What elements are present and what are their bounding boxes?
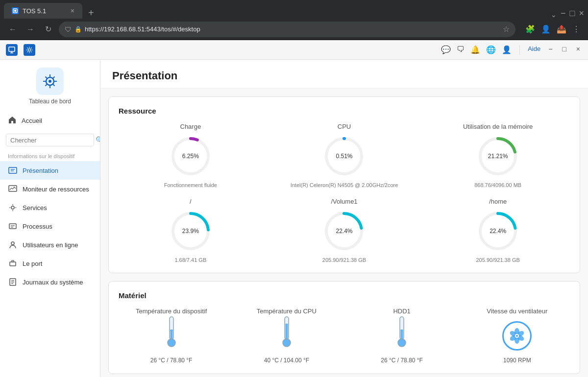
- url-display[interactable]: https://192.168.68.51:5443/tos/#/desktop: [85, 25, 500, 33]
- hardware-cpu-temp: Température du CPU 40 °C / 104.00 °F: [234, 307, 339, 364]
- share-icon[interactable]: 📤: [555, 23, 568, 36]
- new-tab-button[interactable]: +: [84, 7, 98, 19]
- svg-rect-26: [12, 260, 14, 262]
- back-button[interactable]: ←: [6, 23, 20, 36]
- gauge-charge-value: 6.25%: [182, 153, 199, 160]
- gauge-charge-visual: 6.25%: [169, 134, 213, 178]
- svg-point-46: [168, 339, 175, 347]
- search-icon: 🔍: [96, 136, 100, 144]
- extensions-icon[interactable]: 🧩: [523, 23, 537, 36]
- utilisateurs-icon: [8, 240, 18, 250]
- sidebar-item-utilisateurs[interactable]: Utilisateurs en ligne: [0, 236, 100, 254]
- gauge-home-sublabel: 205.90/921.38 GB: [476, 257, 520, 263]
- svg-rect-1: [14, 10, 16, 12]
- home-icon: [8, 116, 17, 126]
- device-temp-value: 26 °C / 78.80 °F: [150, 357, 193, 364]
- gauge-charge: Charge 6.25% Fonctionnement fluide: [119, 123, 263, 188]
- gauge-charge-sublabel: Fonctionnement fluide: [164, 182, 217, 188]
- svg-rect-45: [170, 330, 172, 331]
- aide-link[interactable]: Aide: [528, 45, 540, 55]
- gauge-root-label: /: [190, 198, 192, 205]
- svg-rect-16: [9, 167, 17, 173]
- hardware-fan: Vitesse du ventilateur: [465, 307, 570, 364]
- bell-icon[interactable]: 🔔: [470, 45, 480, 55]
- svg-line-15: [46, 84, 48, 86]
- hardware-section-title: Matériel: [119, 291, 570, 300]
- app-maximize-button[interactable]: □: [560, 45, 568, 55]
- browser-nav-icons: 🧩 👤 📤 ⋮: [523, 23, 582, 36]
- gauge-volume1-sublabel: 205.90/921.38 GB: [322, 257, 366, 263]
- gauge-volume1-label: /Volume1: [331, 198, 357, 205]
- utilisateurs-label: Utilisateurs en ligne: [23, 241, 78, 249]
- sidebar-item-accueil[interactable]: Accueil: [0, 111, 100, 131]
- sidebar-item-services[interactable]: Services: [0, 198, 100, 217]
- svg-line-14: [52, 77, 54, 79]
- app-close-button[interactable]: ×: [574, 45, 582, 55]
- hdd1-label: HDD1: [393, 307, 410, 315]
- svg-point-5: [28, 48, 31, 51]
- close-browser[interactable]: ×: [579, 8, 584, 19]
- hdd1-value: 26 °C / 78.80 °F: [381, 357, 423, 364]
- forward-button[interactable]: →: [24, 23, 37, 36]
- globe-icon[interactable]: 🌐: [486, 45, 496, 55]
- gauge-root-sublabel: 1.68/7.41 GB: [174, 257, 206, 263]
- minimize-browser[interactable]: −: [561, 8, 566, 19]
- menu-icon[interactable]: ⋮: [570, 23, 582, 36]
- hardware-card: Matériel Température du dispositif: [108, 281, 580, 374]
- presentation-icon: [8, 165, 18, 175]
- browser-tab[interactable]: TOS 5.1 ×: [4, 3, 82, 19]
- gauge-disk-volume1: /Volume1 22.4% 205.90/921.38 GB: [272, 198, 416, 263]
- hardware-device-temp: Température du dispositif: [119, 307, 224, 364]
- resource-section-title: Ressource: [119, 107, 570, 115]
- message-icon[interactable]: 🗨: [457, 45, 465, 55]
- app-minimize-button[interactable]: −: [546, 45, 554, 55]
- gauge-root-value: 23.9%: [182, 228, 199, 235]
- tab-close-button[interactable]: ×: [71, 7, 74, 15]
- user-icon[interactable]: 👤: [502, 45, 512, 55]
- search-box[interactable]: 🔍: [6, 134, 94, 146]
- device-thermo-visual: [164, 319, 179, 353]
- sidebar-logo: Tableau de bord: [0, 60, 100, 111]
- gauge-home-value: 22.4%: [490, 228, 506, 235]
- sidebar-item-presentation[interactable]: Présentation: [0, 161, 100, 180]
- address-bar[interactable]: 🛡 🔒 https://192.168.68.51:5443/tos/#/des…: [59, 22, 515, 37]
- main-content: Présentation Ressource Charge: [100, 60, 588, 377]
- cpu-temp-label: Température du CPU: [257, 307, 317, 315]
- gauge-home-visual: 22.4%: [476, 209, 520, 253]
- resource-card: Ressource Charge 6.25%: [108, 96, 580, 273]
- svg-point-7: [49, 80, 51, 83]
- hardware-hdd1: HDD1 26 °C / 78.80 °F: [349, 307, 455, 364]
- browser-window: TOS 5.1 × + ⌄ − □ × ← → ↻ 🛡 🔒 https://19…: [0, 0, 588, 377]
- desktop-icon[interactable]: [6, 44, 18, 56]
- bookmark-icon[interactable]: ☆: [503, 24, 510, 34]
- search-input[interactable]: [10, 137, 93, 144]
- gauge-volume1-value: 22.4%: [336, 228, 352, 235]
- gauge-memory-label: Utilisation de la mémoire: [463, 123, 533, 130]
- sidebar-item-journaux[interactable]: Journaux du système: [0, 273, 100, 291]
- settings-icon[interactable]: [24, 44, 35, 56]
- tab-menu-button[interactable]: ⌄: [551, 11, 557, 19]
- gauge-disk-root: / 23.9% 1.68/7.41 GB: [119, 198, 263, 263]
- gauge-cpu-sublabel: Intel(R) Celeron(R) N4505 @ 2.00GHz/2cor…: [291, 182, 398, 188]
- svg-rect-21: [9, 224, 16, 229]
- shield-icon: 🛡: [65, 25, 72, 33]
- gauge-memory-visual: 21.21%: [476, 134, 520, 178]
- sidebar-item-port[interactable]: Le port: [0, 254, 100, 273]
- account-icon[interactable]: 👤: [539, 23, 553, 36]
- cpu-temp-value: 40 °C / 104.00 °F: [264, 357, 309, 364]
- sidebar-item-moniteur[interactable]: Moniteur de ressources: [0, 180, 100, 198]
- services-icon: [8, 203, 18, 212]
- refresh-button[interactable]: ↻: [41, 23, 55, 36]
- page-header: Présentation: [100, 60, 588, 89]
- gauge-cpu-label: CPU: [338, 123, 351, 130]
- restore-browser[interactable]: □: [570, 8, 575, 19]
- nav-bar: ← → ↻ 🛡 🔒 https://192.168.68.51:5443/tos…: [0, 19, 588, 40]
- chat-icon[interactable]: 💬: [441, 45, 451, 55]
- journaux-label: Journaux du système: [23, 279, 83, 286]
- sidebar-item-processus[interactable]: Processus: [0, 217, 100, 236]
- processus-label: Processus: [23, 223, 52, 230]
- hdd1-thermo-visual: [394, 319, 409, 353]
- logo-icon: [36, 68, 64, 95]
- cpu-thermo-visual: [279, 319, 294, 353]
- logo-title: Tableau de bord: [29, 98, 71, 105]
